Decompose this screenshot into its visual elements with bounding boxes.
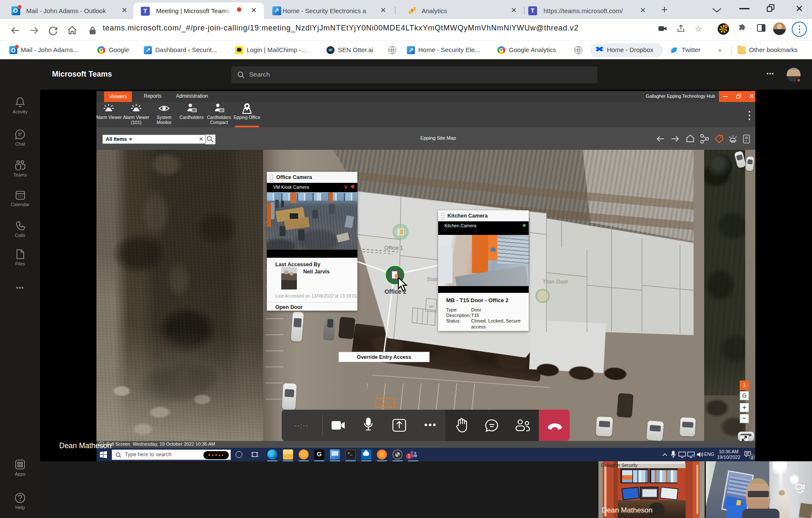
svg-text:LIFT: LIFT [429, 305, 435, 308]
